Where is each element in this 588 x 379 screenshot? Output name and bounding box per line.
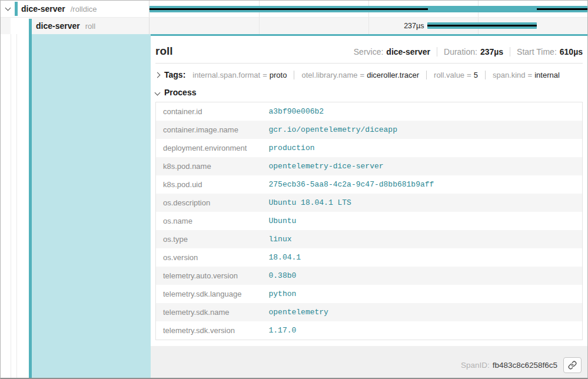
indent-spacer	[11, 18, 29, 34]
operation-name: roll	[85, 22, 95, 31]
chevron-down-icon	[155, 89, 161, 95]
process-key: container.image.name	[156, 121, 262, 139]
tag-equals: =	[360, 71, 365, 79]
spanid-label: SpanID:	[461, 361, 490, 370]
table-row: os.version18.04.1	[156, 248, 583, 267]
process-key: os.version	[156, 248, 262, 267]
service-name: dice-server/rolldice	[21, 4, 97, 14]
tag-key: otel.library.name	[301, 71, 357, 79]
span-row-rolldice[interactable]: dice-server/rolldice	[1, 1, 587, 18]
detail-header-meta: Service:dice-server Duration:237µs Start…	[354, 47, 583, 56]
service-label: Service:	[354, 47, 384, 56]
collapse-chevron-icon[interactable]	[5, 5, 11, 11]
table-row: k8s.pod.nameopentelemetry-dice-server	[156, 157, 583, 175]
table-row: k8s.pod.uid275ecb36-5aa8-4c2a-9c47-d8bb6…	[156, 175, 583, 194]
span-name-cell[interactable]: dice-server/rolldice	[1, 1, 150, 17]
span-duration-label: 237µs	[150, 22, 427, 30]
process-value: linux	[262, 230, 583, 248]
service-value: dice-server	[386, 47, 430, 56]
span-name-cell[interactable]: dice-serverroll	[1, 18, 150, 34]
tag-value: internal	[534, 71, 560, 79]
service-color-block	[29, 19, 32, 35]
detail-footer: SpanID: fb483c8c6258f6c5	[461, 357, 582, 373]
process-key: telemetry.sdk.name	[156, 303, 262, 321]
duration-value: 237µs	[480, 47, 503, 56]
tag-item: internal.span.format=proto	[192, 71, 287, 79]
divider	[437, 47, 437, 56]
process-label: Process	[164, 88, 196, 97]
tag-key: roll.value	[434, 71, 464, 79]
tag-list: internal.span.format=proto otel.library.…	[192, 71, 560, 79]
tag-value: 5	[474, 71, 478, 79]
span-detail-panel: roll Service:dice-server Duration:237µs …	[151, 34, 587, 378]
service-name-text: dice-server	[36, 21, 80, 31]
process-value: 0.38b0	[262, 267, 583, 285]
process-key: os.type	[156, 230, 262, 248]
span-row-roll[interactable]: dice-serverroll 237µs	[1, 18, 587, 34]
duration-label: Duration:	[444, 47, 477, 56]
link-icon	[568, 361, 577, 370]
chevron-right-icon	[155, 72, 161, 78]
span-detail-card: roll Service:dice-server Duration:237µs …	[151, 34, 587, 346]
deep-link-button[interactable]	[563, 357, 582, 373]
tag-value: proto	[270, 71, 287, 79]
selected-span-highlight	[32, 34, 151, 378]
process-key: deployment.environment	[156, 139, 262, 157]
divider	[426, 71, 427, 79]
process-value: Ubuntu	[262, 212, 583, 230]
operation-title: roll	[155, 45, 173, 58]
timeline-cell: 237µs	[150, 18, 587, 34]
detail-header: roll Service:dice-server Duration:237µs …	[155, 36, 583, 64]
tag-item: roll.value=5	[434, 71, 478, 79]
process-value: opentelemetry-dice-server	[262, 157, 583, 175]
tags-label: Tags:	[164, 70, 185, 79]
process-value: a3bf90e006b2	[262, 102, 583, 121]
table-row: container.image.namegcr.io/opentelemetry…	[156, 121, 583, 139]
process-value: 18.04.1	[262, 248, 583, 267]
process-key: os.description	[156, 194, 262, 212]
start-time-value: 610µs	[560, 47, 583, 56]
table-row: telemetry.sdk.languagepython	[156, 285, 583, 303]
table-row: container.ida3bf90e006b2	[156, 102, 583, 121]
tag-equals: =	[528, 71, 533, 79]
process-key: k8s.pod.name	[156, 157, 262, 175]
process-value: gcr.io/opentelemetry/diceapp	[262, 121, 583, 139]
process-toggle[interactable]: Process	[155, 88, 196, 97]
process-value: Ubuntu 18.04.1 LTS	[262, 194, 583, 212]
indent-guide	[11, 34, 11, 378]
tag-key: internal.span.format	[192, 71, 260, 79]
span-bar-rolldice[interactable]	[150, 6, 587, 12]
critical-path-segment	[150, 8, 428, 10]
critical-path-segment	[427, 25, 536, 26]
service-color-block	[15, 2, 18, 16]
table-row: deployment.environmentproduction	[156, 139, 583, 157]
process-key: telemetry.sdk.language	[156, 285, 262, 303]
table-row: telemetry.auto.version0.38b0	[156, 267, 583, 285]
process-table: container.ida3bf90e006b2 container.image…	[155, 102, 583, 340]
tag-equals: =	[263, 71, 267, 79]
service-name-text: dice-server	[21, 4, 65, 14]
process-key: os.name	[156, 212, 262, 230]
spanid-value: fb483c8c6258f6c5	[493, 361, 557, 370]
divider	[294, 71, 294, 79]
tags-section: Tags: internal.span.format=proto otel.li…	[155, 70, 583, 79]
table-row: os.descriptionUbuntu 18.04.1 LTS	[156, 194, 583, 212]
process-key: telemetry.auto.version	[156, 267, 262, 285]
indent-guide	[16, 34, 17, 378]
critical-path-segment	[537, 8, 587, 10]
process-value: 275ecb36-5aa8-4c2a-9c47-d8bb681b9aff	[262, 175, 583, 194]
tag-equals: =	[467, 71, 471, 79]
service-name: dice-serverroll	[36, 21, 95, 31]
process-value: 1.17.0	[262, 321, 583, 340]
table-row: telemetry.sdk.nameopentelemetry	[156, 303, 583, 321]
timeline-cell	[150, 1, 587, 17]
trace-detail-view: dice-server/rolldice dice-serverroll 237…	[0, 0, 588, 379]
tags-toggle[interactable]: Tags:	[155, 70, 185, 79]
table-row: os.typelinux	[156, 230, 583, 248]
span-bar-roll[interactable]	[427, 22, 536, 29]
operation-name: /rolldice	[71, 5, 97, 14]
divider	[510, 47, 510, 56]
tag-item: otel.library.name=diceroller.tracer	[301, 71, 419, 79]
process-key: telemetry.sdk.version	[156, 321, 262, 340]
process-key: k8s.pod.uid	[156, 175, 262, 194]
